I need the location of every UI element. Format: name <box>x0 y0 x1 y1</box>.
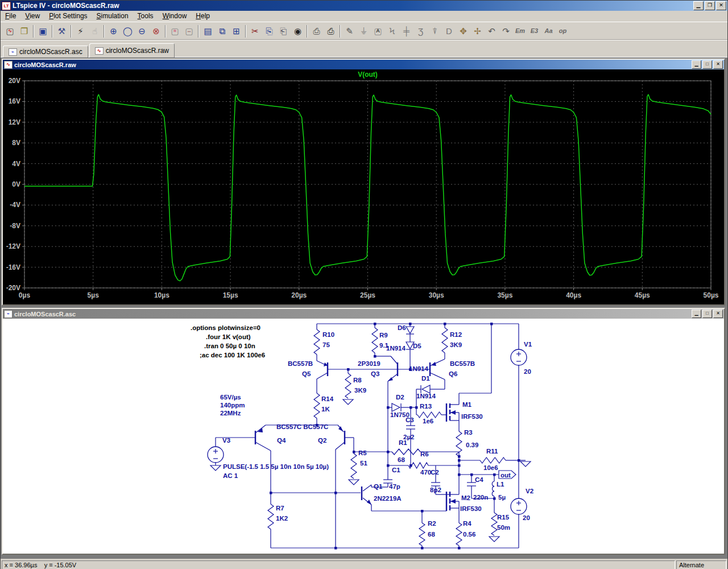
zoom-area-button[interactable]: ◯ <box>121 24 135 38</box>
draw-wire-icon: ✎ <box>346 27 353 35</box>
component-label: 0.56 <box>463 531 475 538</box>
wave-maximize-button[interactable]: □ <box>702 60 712 69</box>
open-file-button[interactable]: ❐ <box>17 24 31 38</box>
schematic-window: ⌁ circloMOScascR.asc ▁ □ ✕ .options plot… <box>2 308 725 555</box>
mirror-button[interactable]: Em <box>513 24 527 38</box>
component-label: 1K2 <box>276 515 288 522</box>
draw-wire-button[interactable]: ✎ <box>342 24 357 38</box>
place-component-button[interactable]: D <box>442 24 456 38</box>
zoom-full-extents-button[interactable]: ⊗ <box>149 24 163 38</box>
title-bar[interactable]: LT LTspice IV - circloMOScascR.raw ▁ ❐ ✕ <box>1 1 727 11</box>
asc-close-button[interactable]: ✕ <box>713 310 723 318</box>
x-tick-label: 50µs <box>704 291 719 299</box>
tab-label: circloMOScascR.raw <box>106 47 169 55</box>
menu-window[interactable]: Window <box>158 11 192 22</box>
label-net-icon-overlay: A <box>371 28 385 34</box>
print-icon: ⎙ <box>327 27 334 35</box>
toolbar-separator <box>71 25 72 38</box>
move-button[interactable]: ✥ <box>456 24 470 38</box>
component-label: L1 <box>497 481 504 488</box>
y-tick-label: 12V <box>9 118 20 126</box>
component-label: V1 <box>524 341 532 348</box>
tile-vertical-button[interactable]: ⊞ <box>229 24 243 38</box>
cascade-windows-button[interactable]: ⧉ <box>215 24 229 38</box>
text-tool-button[interactable]: Aa <box>541 24 556 38</box>
zoom-in-button[interactable]: ⊕ <box>106 24 121 38</box>
print-preview-button[interactable]: ⎙ <box>309 24 324 38</box>
place-ground-button[interactable]: ⏚ <box>357 24 371 38</box>
find-button[interactable]: ◉ <box>291 24 305 38</box>
y-tick-label: -12V <box>6 242 20 250</box>
run-button[interactable]: ⚡ <box>73 24 88 38</box>
component-label: 3K9 <box>450 341 462 348</box>
control-panel-button[interactable]: ⚒ <box>55 24 69 38</box>
cascade-windows-icon: ⧉ <box>219 27 225 35</box>
waveform-window-titlebar[interactable]: ∿ circloMOScascR.raw ▁ □ ✕ <box>3 60 724 69</box>
paste-button[interactable]: ⎗ <box>276 24 291 38</box>
wave-minimize-button[interactable]: ▁ <box>692 60 701 69</box>
place-resistor-button[interactable]: Ϟ <box>385 24 399 38</box>
x-tick-label: 10µs <box>154 291 169 299</box>
halt-button[interactable]: ☝ <box>88 24 102 38</box>
cut-button[interactable]: ✂ <box>248 24 262 38</box>
undo-button[interactable]: ↶ <box>485 24 499 38</box>
component-label: R11 <box>486 448 498 455</box>
menu-file[interactable]: File <box>1 11 20 22</box>
save-button[interactable]: ▣ <box>36 24 50 38</box>
component-label: R12 <box>450 331 462 338</box>
component-label: 2N2219A <box>374 495 402 502</box>
menu-view[interactable]: View <box>20 11 44 22</box>
component-label: R7 <box>276 505 284 512</box>
component-label: R8 <box>353 377 362 384</box>
tile-vertical-icon: ⊞ <box>233 27 240 35</box>
cut-icon: ✂ <box>251 27 259 35</box>
new-schematic-button[interactable]: ▢∿ <box>3 24 17 38</box>
rotate-button[interactable]: E3 <box>527 24 541 38</box>
place-inductor-button[interactable]: Ʒ <box>413 24 428 38</box>
schematic-canvas[interactable]: .options plotwinsize=0.four 1K v(out).tr… <box>3 319 722 554</box>
redo-button[interactable]: ↷ <box>499 24 513 38</box>
component-label: V2 <box>526 488 533 494</box>
new-schematic-icon-overlay: ∿ <box>3 28 17 34</box>
zoom-out-button[interactable]: ⊖ <box>135 24 149 38</box>
move-icon: ✥ <box>460 27 467 35</box>
autorange-y-axis-icon-overlay: ↔ <box>182 28 196 34</box>
menu-simulation[interactable]: Simulation <box>92 11 133 22</box>
copy-button[interactable]: ⎘ <box>262 24 276 38</box>
place-diode-button[interactable]: ⍒ <box>428 24 442 38</box>
component-label: 1N914 <box>386 345 406 352</box>
waveform-plot[interactable]: 0µs5µs10µs15µs20µs25µs30µs35µs40µs45µs50… <box>3 69 722 304</box>
spice-directive-text: .options plotwinsize=0 <box>191 324 260 331</box>
tab-circlomoscascr-raw[interactable]: ∿circloMOScascR.raw <box>89 43 175 57</box>
plot-settings-button[interactable]: ▢≈ <box>168 24 182 38</box>
minimize-button[interactable]: ▁ <box>693 1 704 10</box>
component-label: 51 <box>360 460 367 467</box>
component-label: R9 <box>379 332 388 339</box>
mdi-area: ∿ circloMOScascR.raw ▁ □ ✕ 0µs5µs10µs15µ… <box>1 57 727 559</box>
wave-close-button[interactable]: ✕ <box>713 60 723 69</box>
label-net-button[interactable]: ▢A <box>371 24 385 38</box>
x-tick-label: 0µs <box>19 291 31 299</box>
component-label: Q2 <box>318 437 326 444</box>
menu-help[interactable]: Help <box>191 11 214 22</box>
copy-icon: ⎘ <box>266 27 272 35</box>
drag-button[interactable]: ✢ <box>470 24 485 38</box>
tab-circlomoscascr-asc[interactable]: ⌁circloMOScascR.asc <box>3 46 88 57</box>
component-label: 65V/µs <box>220 394 241 401</box>
run-icon: ⚡ <box>77 27 84 35</box>
menu-tools[interactable]: Tools <box>133 11 158 22</box>
toolbar-separator <box>52 25 53 38</box>
asc-minimize-button[interactable]: ▁ <box>692 310 701 318</box>
print-button[interactable]: ⎙ <box>324 24 338 38</box>
place-capacitor-button[interactable]: ╪ <box>399 24 413 38</box>
asc-maximize-button[interactable]: □ <box>702 310 712 318</box>
spice-directive-button[interactable]: op <box>556 24 570 38</box>
schematic-window-titlebar[interactable]: ⌁ circloMOScascR.asc ▁ □ ✕ <box>3 309 724 319</box>
component-label: C4 <box>475 476 483 483</box>
restore-button[interactable]: ❐ <box>705 1 715 10</box>
x-tick-label: 45µs <box>635 291 650 299</box>
autorange-y-axis-button[interactable]: ▢↔ <box>182 24 196 38</box>
tile-horizontal-button[interactable]: ▤ <box>201 24 215 38</box>
close-button[interactable]: ✕ <box>716 1 726 10</box>
menu-plot-settings[interactable]: Plot Settings <box>44 11 92 22</box>
